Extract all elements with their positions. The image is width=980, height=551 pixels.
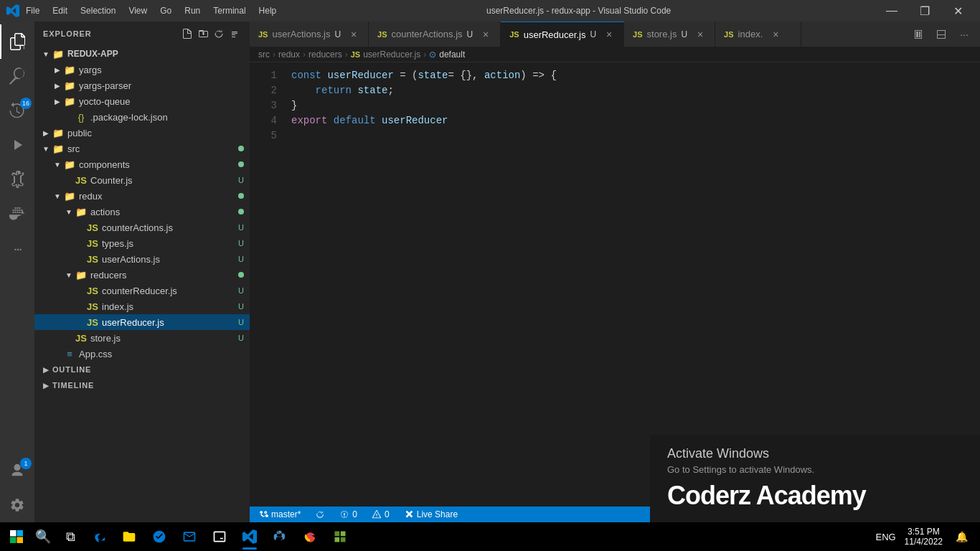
svg-rect-1 <box>17 530 24 537</box>
minimize-button[interactable]: — <box>875 0 908 22</box>
toggle-panel-button[interactable] <box>931 24 951 44</box>
titlebar: File Edit Selection View Go Run Terminal… <box>0 0 980 22</box>
menu-selection[interactable]: Selection <box>75 4 121 17</box>
errors-status[interactable]: 0 <box>336 509 360 519</box>
warnings-status[interactable]: 0 <box>369 509 392 519</box>
userreducer-tab-close[interactable]: × <box>603 29 615 40</box>
start-button[interactable] <box>6 526 27 547</box>
refresh-icon[interactable] <box>212 27 225 40</box>
outlook-app[interactable] <box>175 522 204 551</box>
tree-root[interactable]: ▼ 📁 REDUX-APP <box>34 46 250 62</box>
counterreducer-badge: U <box>238 286 244 295</box>
tree-item-reducers[interactable]: ▼ 📁 reducers <box>34 267 250 283</box>
vscode-taskbar-app[interactable] <box>235 522 264 551</box>
close-button[interactable]: ✕ <box>941 0 974 22</box>
tree-item-userreducer[interactable]: ▶ JS userReducer.js U <box>34 314 250 330</box>
tree-item-public[interactable]: ▶ 📁 public <box>34 125 250 141</box>
tree-item-index-js[interactable]: ▶ JS index.js U <box>34 298 250 314</box>
timeline-section[interactable]: ▶ TIMELINE <box>34 377 250 393</box>
explorer-taskbar-app[interactable] <box>115 522 143 551</box>
breadcrumb-reducers[interactable]: reducers <box>308 50 342 60</box>
menu-edit[interactable]: Edit <box>47 4 73 17</box>
branch-status[interactable]: master* <box>255 509 303 519</box>
windows-store-app[interactable] <box>145 522 174 551</box>
account-activity-icon[interactable]: 1 <box>0 453 34 488</box>
tree-item-counterreducer[interactable]: ▶ JS counterReducer.js U <box>34 283 250 298</box>
run-activity-icon[interactable] <box>0 128 34 162</box>
breadcrumb-file[interactable]: userReducer.js <box>363 50 420 60</box>
menu-run[interactable]: Run <box>179 4 206 17</box>
menu-go[interactable]: Go <box>154 4 177 17</box>
src-dot <box>238 146 244 151</box>
index-js-label: index.js <box>102 301 238 312</box>
tab-index[interactable]: JS index. × <box>715 22 801 47</box>
tree-item-actions[interactable]: ▼ 📁 actions <box>34 204 250 220</box>
tree-item-redux[interactable]: ▼ 📁 redux <box>34 188 250 204</box>
index-tab-close[interactable]: × <box>770 29 781 40</box>
notification-taskbar[interactable]: 🔔 <box>948 524 974 550</box>
taskview-taskbar[interactable]: ⧉ <box>57 524 83 550</box>
menu-file[interactable]: File <box>20 4 45 17</box>
chrome-app[interactable] <box>296 522 324 551</box>
breadcrumb-sep1: › <box>273 50 275 60</box>
tree-item-counter-js[interactable]: ▶ JS Counter.js U <box>34 172 250 188</box>
tab-counteractions[interactable]: JS counterActions.js U × <box>369 22 501 47</box>
menu-help[interactable]: Help <box>253 4 283 17</box>
tree-item-src[interactable]: ▼ 📁 src <box>34 141 250 156</box>
tree-item-yargs[interactable]: ▶ 📁 yargs <box>34 62 250 77</box>
taskbar-language[interactable]: ENG <box>873 524 899 550</box>
taskbar-time[interactable]: 3:51 PM 11/4/2022 <box>905 527 943 547</box>
tab-userreducer[interactable]: JS userReducer.js U × <box>501 22 624 47</box>
tree-item-counteractions[interactable]: ▶ JS counterActions.js U <box>34 220 250 235</box>
settings-activity-icon[interactable] <box>0 488 34 522</box>
tree-item-useractions[interactable]: ▶ JS userActions.js U <box>34 251 250 267</box>
source-control-activity-icon[interactable]: 16 <box>0 93 34 128</box>
edge-taskbar-app[interactable] <box>85 522 113 551</box>
counterreducer-icon: JS <box>86 284 99 297</box>
breadcrumb-redux[interactable]: redux <box>278 50 300 60</box>
index-tab-label: index. <box>738 29 763 39</box>
terminal-app[interactable] <box>205 522 234 551</box>
more-activity-icon[interactable]: ··· <box>0 231 34 265</box>
svg-rect-8 <box>341 537 346 542</box>
search-activity-icon[interactable] <box>0 59 34 93</box>
titlebar-menu[interactable]: File Edit Selection View Go Run Terminal… <box>20 4 282 17</box>
menu-terminal[interactable]: Terminal <box>207 4 251 17</box>
more-tabs-button[interactable]: ··· <box>954 24 974 44</box>
docker-activity-icon[interactable] <box>0 197 34 231</box>
collapse-icon[interactable] <box>228 27 241 40</box>
python-app[interactable] <box>265 522 294 551</box>
tree-item-yargs-parser[interactable]: ▶ 📁 yargs-parser <box>34 77 250 93</box>
counteractions-tab-close[interactable]: × <box>480 29 491 40</box>
new-file-icon[interactable] <box>181 27 194 40</box>
timeline-label: TIMELINE <box>52 381 94 390</box>
tree-item-yocto[interactable]: ▶ 📁 yocto-queue <box>34 93 250 109</box>
breadcrumb-default[interactable]: default <box>439 50 465 60</box>
tree-item-components[interactable]: ▼ 📁 components <box>34 156 250 172</box>
tab-store[interactable]: JS store.js U × <box>624 22 715 47</box>
split-editor-button[interactable] <box>908 24 928 44</box>
outline-section[interactable]: ▶ OUTLINE <box>34 362 250 377</box>
liveshare-status[interactable]: Live Share <box>401 509 461 519</box>
explorer-activity-icon[interactable] <box>0 24 34 59</box>
store-tab-close[interactable]: × <box>694 29 706 40</box>
search-taskbar[interactable]: 🔍 <box>30 524 56 550</box>
yargs-folder-icon: 📁 <box>63 63 76 76</box>
tree-item-store[interactable]: ▶ JS store.js U <box>34 330 250 346</box>
useractions-tab-close[interactable]: × <box>348 29 359 40</box>
maximize-button[interactable]: ❐ <box>908 0 941 22</box>
breadcrumb-src[interactable]: src <box>258 50 270 60</box>
index-tab-icon: JS <box>724 30 733 39</box>
new-folder-icon[interactable] <box>197 27 209 40</box>
extensions-activity-icon[interactable] <box>0 162 34 197</box>
sync-status[interactable] <box>312 509 328 519</box>
minecraft-app[interactable] <box>326 522 354 551</box>
menu-view[interactable]: View <box>123 4 153 17</box>
tree-item-package-lock[interactable]: ▶ {} .package-lock.json <box>34 109 250 125</box>
warnings-count: 0 <box>385 509 390 519</box>
public-folder-icon: 📁 <box>52 126 65 139</box>
tree-item-types[interactable]: ▶ JS types.js U <box>34 235 250 251</box>
svg-rect-3 <box>17 537 24 544</box>
tree-item-app-css[interactable]: ▶ ≡ App.css <box>34 346 250 362</box>
tab-useractions[interactable]: JS userActions.js U × <box>250 22 369 47</box>
